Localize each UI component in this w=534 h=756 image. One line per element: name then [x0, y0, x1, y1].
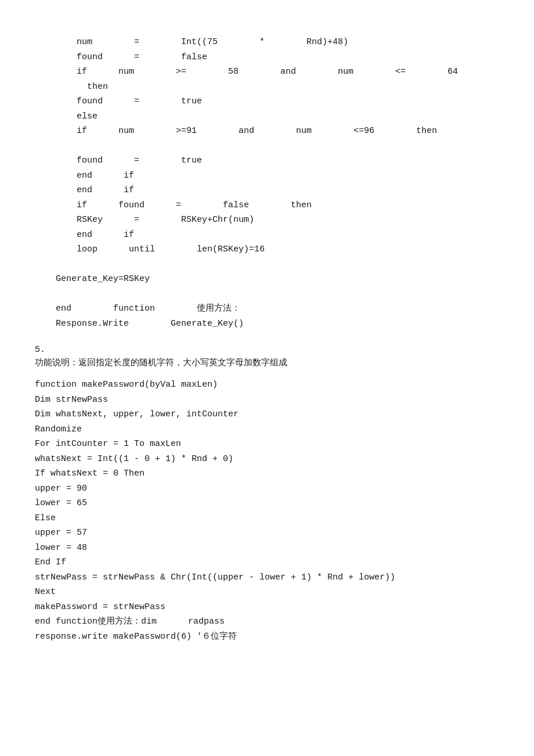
code-section-1: num = Int((75 * Rnd)+48) found = false i…	[35, 35, 511, 331]
section-number: 5.	[35, 345, 511, 355]
code-section-2: function makePassword(byVal maxLen) Dim …	[35, 377, 511, 644]
page-content: num = Int((75 * Rnd)+48) found = false i…	[35, 35, 511, 644]
section-description: 功能说明：返回指定长度的随机字符，大小写英文字母加数字组成	[35, 357, 511, 368]
